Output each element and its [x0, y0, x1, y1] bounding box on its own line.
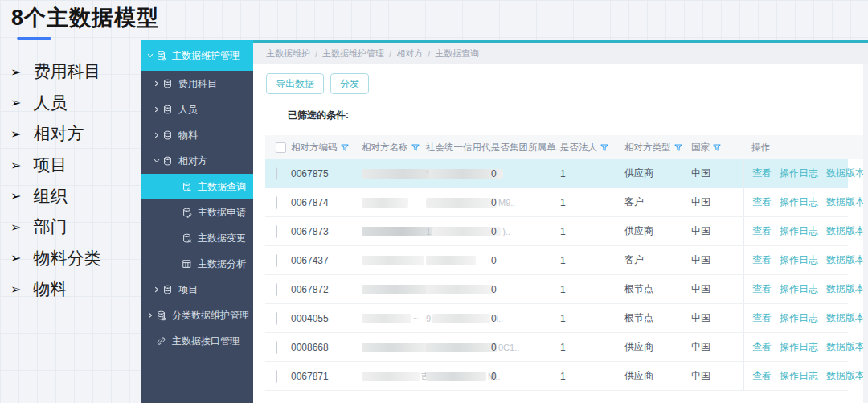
chevron-right-icon[interactable]: [152, 80, 162, 88]
operation-log-link[interactable]: 操作日志: [780, 311, 818, 325]
data-version-link[interactable]: 数据版本: [826, 253, 865, 267]
sidebar-item-label: 相对方: [178, 154, 207, 168]
filter-icon[interactable]: [411, 144, 420, 151]
credit-code-cell: M..: [421, 372, 485, 381]
column-label: 相对方类型: [624, 142, 671, 154]
arrow-bullet-icon: ➢: [10, 220, 21, 235]
sidebar-item-主数据维护管理[interactable]: 主数据维护管理: [141, 40, 253, 71]
chevron-down-icon[interactable]: [152, 157, 162, 165]
row-checkbox[interactable]: [276, 225, 277, 238]
filter-icon[interactable]: [341, 144, 349, 151]
breadcrumb-separator: /: [389, 49, 391, 59]
sidebar-item-费用科目[interactable]: 费用科目: [141, 71, 253, 97]
operation-log-link[interactable]: 操作日志: [780, 195, 818, 209]
sidebar: 主数据维护管理费用科目人员物料相对方主数据查询主数据申请主数据变更主数据分析项目…: [141, 40, 253, 403]
list-item: ➢项目: [10, 150, 100, 181]
table-row[interactable]: 0008668(..0C1..01供应商中国查看操作日志数据版本: [265, 333, 848, 362]
operation-log-link[interactable]: 操作日志: [780, 340, 818, 354]
partner-name-cell: [357, 198, 421, 208]
table-row[interactable]: 0067873L.1)..01供应商中国查看操作日志数据版本: [265, 217, 848, 246]
row-checkbox-cell: [265, 284, 288, 295]
table-body: 0067875l..'01供应商中国查看操作日志数据版本0067874M9..0…: [265, 159, 866, 391]
sidebar-item-物料[interactable]: 物料: [141, 122, 253, 148]
partner-type-cell: 根节点: [619, 311, 685, 325]
credit-code-redacted-block: [426, 372, 486, 381]
partner-code-cell: 0067875: [288, 168, 357, 179]
sidebar-item-主数据接口管理[interactable]: 主数据接口管理: [141, 328, 253, 354]
view-link[interactable]: 查看: [752, 369, 772, 383]
breadcrumb-part[interactable]: 主数据维护: [266, 47, 310, 60]
list-item: ➢费用科目: [10, 56, 100, 88]
filter-icon[interactable]: [713, 144, 721, 151]
credit-code-redacted-block: [426, 285, 494, 294]
table-row[interactable]: 0067872L._01根节点中国查看操作日志数据版本: [265, 275, 848, 304]
view-link[interactable]: 查看: [752, 340, 772, 354]
export-data-button[interactable]: 导出数据: [266, 73, 324, 94]
operation-log-link[interactable]: 操作日志: [780, 253, 818, 267]
sidebar-item-主数据申请[interactable]: 主数据申请: [141, 199, 253, 225]
chevron-right-icon: [145, 337, 155, 345]
table-row[interactable]: 0067874M9..01客户中国查看操作日志数据版本: [265, 188, 848, 217]
chevron-right-icon[interactable]: [152, 286, 162, 294]
view-link[interactable]: 查看: [752, 167, 772, 180]
view-link[interactable]: 查看: [752, 253, 772, 267]
view-link[interactable]: 查看: [752, 195, 772, 209]
column-header-code: 相对方编码: [288, 142, 357, 154]
breadcrumb-part[interactable]: 相对方: [396, 47, 423, 60]
filter-icon[interactable]: [600, 144, 608, 151]
operation-log-link[interactable]: 操作日志: [780, 167, 818, 180]
view-link[interactable]: 查看: [752, 224, 772, 238]
sidebar-item-主数据分析[interactable]: 主数据分析: [141, 251, 253, 277]
data-version-link[interactable]: 数据版本: [826, 167, 865, 180]
partner-type-cell: 供应商: [619, 167, 685, 180]
link-icon: [156, 336, 166, 347]
data-version-link[interactable]: 数据版本: [826, 369, 865, 383]
table-row[interactable]: 0067875l..'01供应商中国查看操作日志数据版本: [265, 159, 848, 188]
column-label: 相对方编码: [291, 142, 338, 154]
partner-name-redacted-block: [362, 314, 411, 323]
breadcrumb-part[interactable]: 主数据维护管理: [322, 47, 384, 60]
table-row[interactable]: 0004055~9H..01根节点中国查看操作日志数据版本: [265, 304, 848, 333]
row-checkbox[interactable]: [276, 254, 277, 267]
filter-icon[interactable]: [674, 144, 682, 151]
view-link[interactable]: 查看: [752, 282, 772, 296]
sidebar-item-分类数据维护管理[interactable]: 分类数据维护管理: [141, 302, 253, 328]
view-link[interactable]: 查看: [752, 311, 772, 325]
list-item: ➢相对方: [10, 118, 100, 150]
row-checkbox[interactable]: [276, 167, 277, 180]
chevron-right-icon[interactable]: [145, 311, 155, 319]
credit-code-fragment: 1: [426, 227, 431, 236]
scrollbar-gutter: [863, 64, 868, 403]
chevron-right-icon[interactable]: [152, 105, 162, 113]
data-version-link[interactable]: 数据版本: [826, 282, 865, 296]
sidebar-item-相对方[interactable]: 相对方: [141, 148, 253, 174]
operation-log-link[interactable]: 操作日志: [780, 369, 818, 383]
data-version-link[interactable]: 数据版本: [826, 195, 865, 209]
table-row[interactable]: 0067437-_01客户中国查看操作日志数据版本: [265, 246, 848, 275]
chevron-right-icon[interactable]: [152, 131, 162, 139]
table-row[interactable]: 0067871吉M..01供应商中国查看操作日志数据版本: [265, 362, 848, 391]
row-checkbox[interactable]: [276, 341, 277, 354]
select-all-checkbox[interactable]: [276, 142, 286, 153]
row-checkbox[interactable]: [276, 370, 277, 383]
row-checkbox[interactable]: [276, 312, 277, 325]
row-checkbox[interactable]: [276, 196, 277, 209]
column-label: 操作: [751, 142, 770, 154]
column-label: 是否法人: [560, 142, 597, 154]
sidebar-item-项目[interactable]: 项目: [141, 277, 253, 302]
data-version-link[interactable]: 数据版本: [826, 311, 865, 325]
distribute-button[interactable]: 分发: [330, 73, 369, 94]
data-version-link[interactable]: 数据版本: [826, 340, 865, 354]
sidebar-item-人员[interactable]: 人员: [141, 97, 253, 122]
chevron-down-icon[interactable]: [145, 51, 155, 60]
column-label: 是否集团所属单...: [491, 142, 563, 154]
operation-log-link[interactable]: 操作日志: [780, 224, 818, 238]
sidebar-item-主数据变更[interactable]: 主数据变更: [141, 225, 253, 251]
data-version-link[interactable]: 数据版本: [826, 224, 865, 238]
breadcrumb-part[interactable]: 主数据查询: [435, 47, 479, 60]
partner-name-cell: L.: [357, 285, 421, 294]
operation-log-link[interactable]: 操作日志: [780, 282, 818, 296]
legal-flag-cell: 1: [555, 313, 619, 324]
row-checkbox[interactable]: [276, 283, 277, 296]
sidebar-item-主数据查询[interactable]: 主数据查询: [141, 174, 253, 199]
